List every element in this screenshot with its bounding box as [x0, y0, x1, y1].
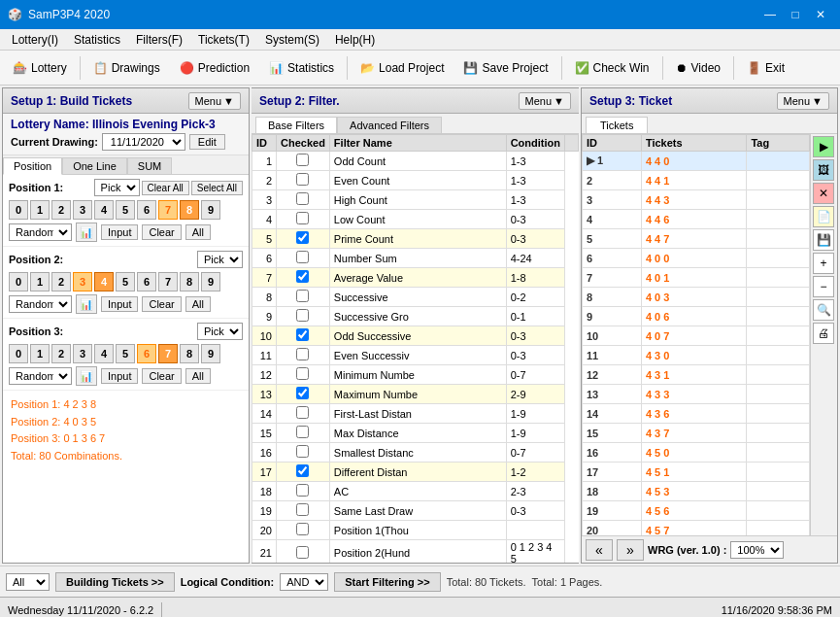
ticket-row[interactable]: 13 4 3 3 — [583, 385, 810, 404]
building-tickets-button[interactable]: Building Tickets >> — [55, 572, 175, 592]
filter-row[interactable]: 7 Average Value 1-8 — [252, 268, 579, 288]
menu-lottery[interactable]: Lottery(I) — [4, 31, 66, 49]
p2-num-btn-2[interactable]: 2 — [51, 272, 71, 291]
toolbar-prediction[interactable]: 🔴 Prediction — [171, 54, 258, 82]
filter-checkbox-cell[interactable] — [277, 307, 330, 326]
filter-checkbox-cell[interactable] — [277, 190, 330, 210]
edit-button[interactable]: Edit — [189, 134, 225, 150]
filter-checkbox[interactable] — [296, 328, 309, 341]
position-2-pick-select[interactable]: Pick — [197, 251, 243, 268]
ticket-row[interactable]: 4 4 4 6 — [583, 210, 810, 229]
num-btn-7[interactable]: 7 — [158, 200, 178, 220]
position-2-input-button[interactable]: Input — [101, 296, 138, 312]
filter-checkbox-cell[interactable] — [277, 540, 330, 564]
position-3-pick-select[interactable]: Pick — [197, 323, 243, 340]
filter-checkbox-cell[interactable] — [277, 385, 330, 404]
p3-num-btn-0[interactable]: 0 — [9, 344, 28, 363]
menu-filters[interactable]: Filters(F) — [128, 31, 190, 49]
position-2-chart-button[interactable]: 📊 — [76, 294, 97, 314]
filter-checkbox-cell[interactable] — [277, 268, 330, 288]
num-btn-9[interactable]: 9 — [201, 200, 220, 220]
filter-checkbox[interactable] — [296, 154, 309, 166]
start-filtering-button[interactable]: Start Filtering >> — [334, 572, 440, 592]
menu-help[interactable]: Help(H) — [327, 31, 383, 49]
sidebar-btn-doc[interactable]: 📄 — [813, 206, 834, 227]
p3-num-btn-6[interactable]: 6 — [137, 344, 156, 363]
ticket-row[interactable]: 15 4 3 7 — [583, 424, 810, 443]
num-btn-8[interactable]: 8 — [180, 200, 199, 220]
zoom-select[interactable]: 100% — [730, 541, 784, 559]
p3-num-btn-7[interactable]: 7 — [158, 344, 178, 363]
sidebar-btn-save[interactable]: 💾 — [813, 229, 834, 251]
position-1-input-button[interactable]: Input — [101, 224, 138, 240]
filter-checkbox[interactable] — [296, 212, 309, 224]
position-2-clear-button[interactable]: Clear — [142, 296, 181, 312]
filter-checkbox[interactable] — [296, 367, 309, 380]
filter-checkbox-cell[interactable] — [277, 171, 330, 190]
filter-checkbox-cell[interactable] — [277, 288, 330, 307]
p3-num-btn-8[interactable]: 8 — [180, 344, 199, 363]
filter-row[interactable]: 16 Smallest Distanc 0-7 — [252, 443, 579, 463]
filter-row[interactable]: 17 Different Distan 1-2 — [252, 463, 579, 482]
filter-checkbox[interactable] — [296, 348, 309, 360]
panel2-menu-button[interactable]: Menu ▼ — [519, 92, 571, 110]
ticket-prev-button[interactable]: « — [586, 539, 613, 561]
menu-statistics[interactable]: Statistics — [66, 31, 128, 49]
ticket-row[interactable]: ▶ 1 4 4 0 — [583, 152, 810, 171]
filter-row[interactable]: 8 Successive 0-2 — [252, 288, 579, 307]
menu-tickets[interactable]: Tickets(T) — [190, 31, 257, 49]
sidebar-btn-image[interactable]: 🖼 — [813, 159, 834, 181]
sidebar-btn-print[interactable]: 🖨 — [813, 323, 834, 344]
filter-table-container[interactable]: ID Checked Filter Name Condition 1 Odd C… — [252, 134, 579, 563]
sidebar-btn-delete[interactable]: ✕ — [813, 183, 834, 204]
p2-num-btn-8[interactable]: 8 — [180, 272, 199, 291]
tab-tickets[interactable]: Tickets — [586, 117, 648, 133]
filter-checkbox[interactable] — [296, 192, 309, 205]
filter-checkbox-cell[interactable] — [277, 443, 330, 463]
p2-num-btn-0[interactable]: 0 — [9, 272, 28, 291]
filter-row[interactable]: 19 Same Last Draw 0-3 — [252, 501, 579, 521]
p3-num-btn-3[interactable]: 3 — [73, 344, 92, 363]
ticket-row[interactable]: 3 4 4 3 — [583, 190, 810, 210]
p2-num-btn-3[interactable]: 3 — [73, 272, 92, 291]
sidebar-btn-add[interactable]: + — [813, 253, 834, 274]
panel3-menu-button[interactable]: Menu ▼ — [777, 92, 829, 110]
toolbar-save-project[interactable]: 💾 Save Project — [454, 54, 556, 82]
position-3-random-select[interactable]: Random — [9, 367, 72, 385]
clear-all-button[interactable]: Clear All — [142, 181, 189, 195]
menu-system[interactable]: System(S) — [257, 31, 327, 49]
filter-checkbox-cell[interactable] — [277, 463, 330, 482]
ticket-row[interactable]: 8 4 0 3 — [583, 288, 810, 307]
filter-checkbox[interactable] — [296, 309, 309, 322]
filter-row[interactable]: 10 Odd Successive 0-3 — [252, 326, 579, 346]
position-3-clear-button[interactable]: Clear — [142, 368, 181, 384]
close-button[interactable]: ✕ — [809, 5, 832, 24]
filter-row[interactable]: 4 Low Count 0-3 — [252, 210, 579, 229]
filter-checkbox[interactable] — [296, 426, 309, 438]
toolbar-load-project[interactable]: 📂 Load Project — [352, 54, 453, 82]
tab-position[interactable]: Position — [3, 157, 62, 175]
filter-checkbox[interactable] — [296, 251, 309, 263]
filter-checkbox[interactable] — [296, 546, 309, 559]
filter-checkbox-cell[interactable] — [277, 249, 330, 268]
ticket-row[interactable]: 2 4 4 1 — [583, 171, 810, 190]
filter-row[interactable]: 11 Even Successiv 0-3 — [252, 346, 579, 365]
num-btn-1[interactable]: 1 — [30, 200, 50, 220]
filter-row[interactable]: 9 Successive Gro 0-1 — [252, 307, 579, 326]
footer-all-select[interactable]: All — [6, 573, 50, 591]
filter-checkbox[interactable] — [296, 173, 309, 186]
ticket-table-container[interactable]: ID Tickets Tag ▶ 1 4 4 0 2 4 4 1 3 4 4 3… — [582, 134, 810, 535]
filter-checkbox[interactable] — [296, 231, 309, 244]
filter-checkbox-cell[interactable] — [277, 346, 330, 365]
position-3-all-button[interactable]: All — [185, 368, 211, 384]
filter-checkbox-cell[interactable] — [277, 501, 330, 521]
position-1-chart-button[interactable]: 📊 — [76, 223, 97, 242]
filter-row[interactable]: 21 Position 2(Hund 0 1 2 3 4 5 — [252, 540, 579, 564]
tab-sum[interactable]: SUM — [127, 157, 172, 174]
ticket-row[interactable]: 7 4 0 1 — [583, 268, 810, 288]
maximize-button[interactable]: □ — [784, 5, 807, 24]
p3-num-btn-5[interactable]: 5 — [116, 344, 135, 363]
position-1-all-button[interactable]: All — [185, 224, 211, 240]
filter-checkbox-cell[interactable] — [277, 152, 330, 171]
drawing-date-select[interactable]: 11/11/2020 — [102, 133, 185, 151]
